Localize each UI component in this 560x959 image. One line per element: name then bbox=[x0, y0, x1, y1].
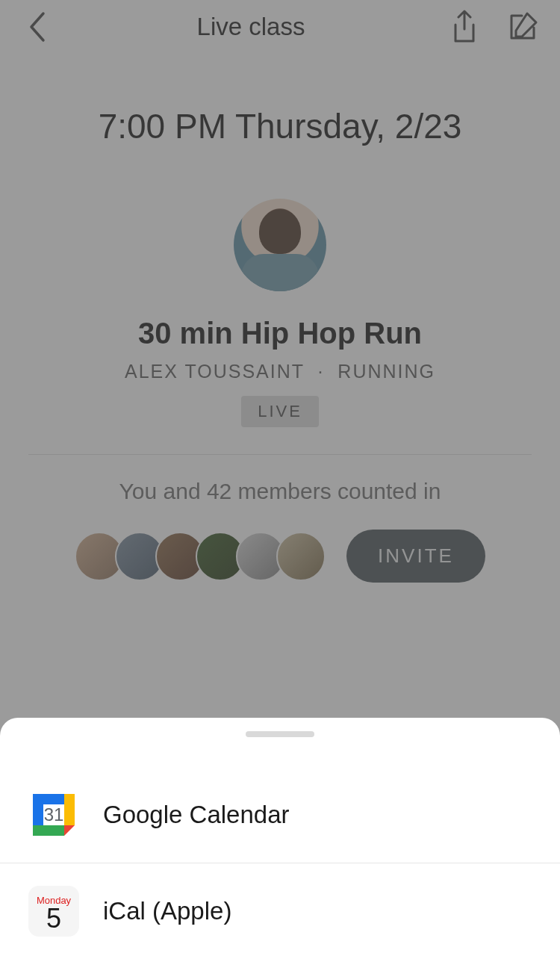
sheet-grabber[interactable] bbox=[246, 731, 314, 737]
ical-icon: Monday 5 bbox=[28, 886, 79, 937]
gcal-num: 31 bbox=[44, 804, 64, 825]
calendar-sheet: 31 Google Calendar Monday 5 iCal (Apple) bbox=[0, 718, 560, 959]
ical-daynum: 5 bbox=[46, 905, 61, 932]
sheet-item-google-calendar[interactable]: 31 Google Calendar bbox=[0, 767, 560, 863]
google-calendar-icon: 31 bbox=[28, 789, 79, 840]
svg-rect-3 bbox=[64, 794, 75, 825]
svg-rect-4 bbox=[33, 825, 64, 836]
sheet-item-ical[interactable]: Monday 5 iCal (Apple) bbox=[0, 863, 560, 959]
sheet-item-label: Google Calendar bbox=[103, 801, 290, 829]
sheet-item-label: iCal (Apple) bbox=[103, 897, 231, 925]
